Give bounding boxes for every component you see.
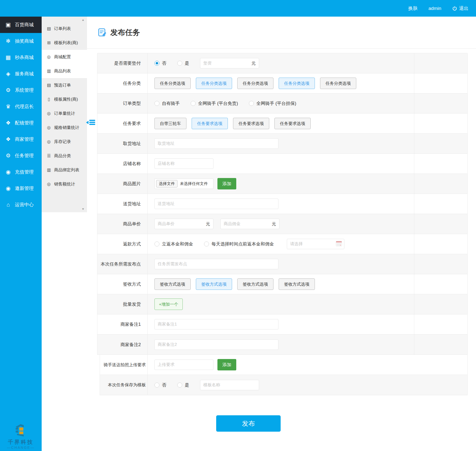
sidebar-item-task-mgmt[interactable]: ⚙ 任务管理 [0, 148, 42, 164]
radio-advance-yes[interactable]: 是 [177, 60, 189, 66]
shop-name-input[interactable] [154, 158, 213, 169]
sidebar-item-operation-center[interactable]: ⌂ 运营中心 [0, 197, 42, 213]
row-delivery-address: 送货地址 [97, 194, 467, 214]
choose-file-button[interactable]: 选择文件 [156, 180, 178, 187]
sidebar-item-invite-mgmt[interactable]: ◉ 邀新管理 [0, 180, 42, 197]
empty-cell [414, 334, 467, 355]
submenu-item-product-binding-list[interactable]: ▥ 商品绑定列表 [42, 163, 87, 177]
sidebar-item-department-store[interactable]: ▣ 百货商城 [0, 17, 42, 33]
company-logo-icon [13, 423, 29, 437]
radio-save-template-no[interactable]: 否 [154, 382, 166, 388]
sign-method-option-button[interactable]: 签收方式选项 [279, 278, 315, 290]
radio-button-icon[interactable] [154, 383, 159, 388]
calendar-icon [336, 241, 342, 247]
advance-amount-input[interactable] [200, 58, 259, 68]
radio-button-icon[interactable] [154, 241, 159, 246]
product-commission-input[interactable] [220, 219, 279, 229]
sidebar-item-flashsale-mall[interactable]: ▦ 秒杀商城 [0, 49, 42, 66]
bag-icon: ▥ [46, 68, 52, 74]
task-category-option-button[interactable]: 任务分类选项 [320, 78, 356, 89]
radio-immediate-refund[interactable]: 立返本金和佣金 [154, 241, 193, 247]
submenu-item-template-list[interactable]: ⊞ 模板列表(商) [42, 36, 87, 50]
row-order-type: 订单类型 自有骑手 全网骑手 (平台免责) 全网骑手 (平台担保) [97, 93, 467, 114]
row-sign-method: 签收方式 签收方式选项 签收方式选项 签收方式选项 签收方式选项 [97, 274, 467, 294]
submenu-item-sales-amount-stats[interactable]: ◎ 销售额统计 [42, 177, 87, 191]
task-requirement-option-button[interactable]: 自带三轮车 [154, 118, 186, 129]
radio-own-rider[interactable]: 自有骑手 [154, 100, 180, 106]
pickup-address-input[interactable] [154, 138, 278, 149]
template-name-input[interactable] [200, 380, 259, 390]
sidebar-item-glasses-mgmt[interactable]: ❖ 配镜管理 [0, 115, 42, 131]
refund-time-select[interactable] [287, 239, 344, 249]
merchant-note2-input[interactable] [154, 339, 278, 350]
radio-network-rider-no-liability[interactable]: 全网骑手 (平台免责) [191, 100, 238, 106]
sidebar-item-agent-manager[interactable]: ♛ 代理店长 [0, 98, 42, 115]
task-category-option-button[interactable]: 任务分类选项 [154, 78, 191, 89]
empty-cell [414, 93, 467, 113]
collapse-menu-toggle[interactable] [86, 119, 95, 126]
publish-points-input[interactable] [154, 259, 278, 269]
sidebar-item-recharge-mgmt[interactable]: ◉ 充值管理 [0, 164, 42, 180]
change-skin-link[interactable]: 换肤 [408, 5, 417, 12]
delivery-address-input[interactable] [154, 199, 278, 209]
radio-button-icon[interactable] [204, 241, 209, 246]
submenu-item-preselect-order[interactable]: ▤ 预选订单 [42, 78, 87, 92]
empty-cell [414, 314, 467, 334]
add-image-button[interactable]: 添加 [217, 178, 236, 189]
add-one-more-button[interactable]: +增加一个 [154, 299, 183, 310]
submenu-item-mall-config[interactable]: ◎ 商城配置 [42, 50, 87, 64]
watermark: 千界科技 —CHANGE— [0, 423, 42, 450]
empty-cell [414, 154, 467, 174]
task-category-option-button[interactable]: 任务分类选项 [279, 78, 315, 89]
task-requirement-option-button[interactable]: 任务要求选项 [192, 118, 228, 129]
radio-advance-no[interactable]: 否 [154, 60, 166, 66]
sidebar-item-merchant-mgmt[interactable]: ❖ 商家管理 [0, 131, 42, 148]
submenu-item-template-attrs[interactable]: ▯ 模板属性(商) [42, 92, 87, 106]
product-price-input[interactable] [154, 219, 213, 229]
submenu-item-inventory-records[interactable]: ◎ 库存记录 [42, 135, 87, 149]
radio-button-icon[interactable] [177, 61, 182, 66]
logout-link[interactable]: 退出 [452, 5, 469, 12]
empty-cell [414, 114, 467, 133]
merchant-note1-input[interactable] [154, 319, 278, 330]
add-requirement-button[interactable]: 添加 [217, 359, 236, 370]
submenu-item-product-category[interactable]: ☰ 商品分类 [42, 149, 87, 163]
scroll-down-icon[interactable]: ▼ [82, 207, 85, 211]
submenu-item-order-volume-stats[interactable]: ◎ 订单量统计 [42, 106, 87, 120]
radio-network-rider-guaranteed[interactable]: 全网骑手 (平台担保) [249, 100, 296, 106]
submenu-item-product-list[interactable]: ▥ 商品列表 [42, 64, 87, 78]
task-category-option-button[interactable]: 任务分类选项 [196, 78, 232, 89]
task-category-option-button[interactable]: 任务分类选项 [237, 78, 273, 89]
submenu-item-order-list[interactable]: ▤ 订单列表 [42, 22, 87, 36]
task-requirement-option-button[interactable]: 任务要求选项 [233, 118, 269, 129]
radio-button-icon[interactable] [249, 101, 254, 106]
radio-button-icon[interactable] [154, 101, 159, 106]
sidebar-item-service-mall[interactable]: ◈ 服务商城 [0, 66, 42, 82]
coins-icon: ◎ [46, 54, 52, 60]
sign-method-option-button[interactable]: 签收方式选项 [196, 278, 232, 290]
publish-button[interactable]: 发布 [216, 415, 281, 432]
sidebar-item-lottery-mall[interactable]: ✻ 抽奖商城 [0, 33, 42, 49]
task-requirement-option-button[interactable]: 任务要求选项 [274, 118, 311, 129]
radio-daily-time-refund[interactable]: 每天选择时间点前返本金和佣金 [204, 241, 274, 247]
scroll-up-icon[interactable]: ▲ [82, 18, 85, 22]
sidebar-item-system-mgmt[interactable]: ⚙ 系统管理 [0, 82, 42, 98]
empty-cell [414, 73, 467, 93]
moneybag-icon: ◉ [4, 169, 12, 175]
sign-method-option-button[interactable]: 签收方式选项 [237, 278, 273, 290]
coins-icon: ◎ [46, 125, 52, 130]
file-input[interactable]: 选择文件 未选择任何文件 [154, 179, 213, 189]
sign-method-option-button[interactable]: 签收方式选项 [154, 278, 191, 290]
cube-icon: ▣ [4, 22, 12, 28]
radio-button-icon[interactable] [177, 383, 182, 388]
submenu-item-spec-sales-stats[interactable]: ◎ 规格销量统计 [42, 120, 87, 135]
gear-icon: ⚙ [4, 87, 12, 93]
upload-requirement-input[interactable] [154, 360, 213, 370]
radio-save-template-yes[interactable]: 是 [177, 382, 189, 388]
edit-document-icon [98, 28, 107, 37]
publish-task-form: 是否需要垫付 否 是 元 任务分类 任务分类选项 [97, 53, 468, 355]
radio-button-icon[interactable] [154, 61, 159, 66]
radio-button-icon[interactable] [191, 101, 196, 106]
username-link[interactable]: admin [428, 6, 441, 11]
row-batch-shipping: 批量发货 +增加一个 [97, 294, 467, 314]
